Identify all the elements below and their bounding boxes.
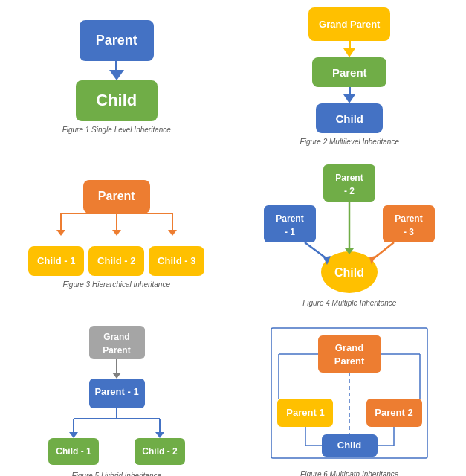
fig2-child-box: Child xyxy=(316,103,383,133)
fig5-svg: Grand Parent Parent - 1 Child - 1 Child … xyxy=(42,322,191,467)
svg-marker-5 xyxy=(112,230,121,236)
figure-4: Parent - 2 Parent - 1 Parent - 3 Child F… xyxy=(233,153,467,315)
fig2-parent-box: Parent xyxy=(312,57,386,87)
fig4-svg: Parent - 2 Parent - 1 Parent - 3 Child xyxy=(260,161,439,295)
fig6-svg: Grand Parent Parent 1 Parent 2 Child xyxy=(256,324,442,466)
svg-text:Parent: Parent xyxy=(103,345,130,356)
svg-text:Child - 2: Child - 2 xyxy=(142,446,178,457)
fig1-caption: Figure 1 Single Level Inheritance xyxy=(62,126,171,134)
svg-marker-3 xyxy=(56,230,65,236)
svg-marker-7 xyxy=(168,230,177,236)
svg-text:- 3: - 3 xyxy=(404,227,414,237)
svg-marker-35 xyxy=(69,432,78,438)
fig1-child-box: Child xyxy=(76,80,158,121)
fig2-caption: Figure 2 Multilevel Inheritance xyxy=(300,138,399,146)
svg-marker-29 xyxy=(112,373,121,379)
fig3-child2-box: Child - 2 xyxy=(88,246,144,276)
figure-5: Grand Parent Parent - 1 Child - 1 Child … xyxy=(0,315,233,476)
figure-1: Parent Child Figure 1 Single Level Inher… xyxy=(0,0,233,153)
svg-text:Parent: Parent xyxy=(276,213,304,224)
fig3-child1-box: Child - 1 xyxy=(28,246,84,276)
svg-text:Parent: Parent xyxy=(334,356,365,367)
svg-marker-37 xyxy=(155,432,164,438)
svg-line-23 xyxy=(373,242,394,259)
fig3-child3-box: Child - 3 xyxy=(149,246,204,276)
fig2-grandparent-box: Grand Parent xyxy=(308,7,390,41)
svg-text:Parent 1: Parent 1 xyxy=(287,407,325,418)
fig1-parent-box: Parent xyxy=(80,20,154,61)
figure-3: Parent Child - 1 Child - 2 Child - 3 xyxy=(0,153,233,315)
svg-text:Child - 1: Child - 1 xyxy=(56,446,91,457)
fig3-caption: Figure 3 Hierarchical Inheritance xyxy=(62,280,170,289)
svg-text:- 1: - 1 xyxy=(285,227,295,237)
fig3-parent-box: Parent xyxy=(83,180,150,213)
svg-rect-43 xyxy=(318,335,381,373)
svg-text:Grand: Grand xyxy=(335,342,363,353)
svg-text:Parent - 1: Parent - 1 xyxy=(94,386,138,397)
fig5-caption: Figure 5 Hybrid Inheritance xyxy=(71,472,161,476)
svg-text:Grand: Grand xyxy=(103,332,129,342)
svg-text:Parent: Parent xyxy=(336,173,363,183)
svg-text:Parent 2: Parent 2 xyxy=(375,407,413,418)
fig6-caption: Figure 6 Multipath Inheritance xyxy=(300,470,398,477)
svg-text:Child: Child xyxy=(334,266,364,279)
fig4-caption: Figure 4 Multiple Inheritance xyxy=(302,299,396,307)
figure-6: Grand Parent Parent 1 Parent 2 Child xyxy=(233,315,467,476)
svg-text:Child: Child xyxy=(337,440,362,451)
svg-line-21 xyxy=(305,242,327,259)
svg-text:Parent: Parent xyxy=(395,213,423,224)
figure-2: Grand Parent Parent Child Figure 2 Multi… xyxy=(233,0,467,153)
svg-text:- 2: - 2 xyxy=(344,186,355,196)
